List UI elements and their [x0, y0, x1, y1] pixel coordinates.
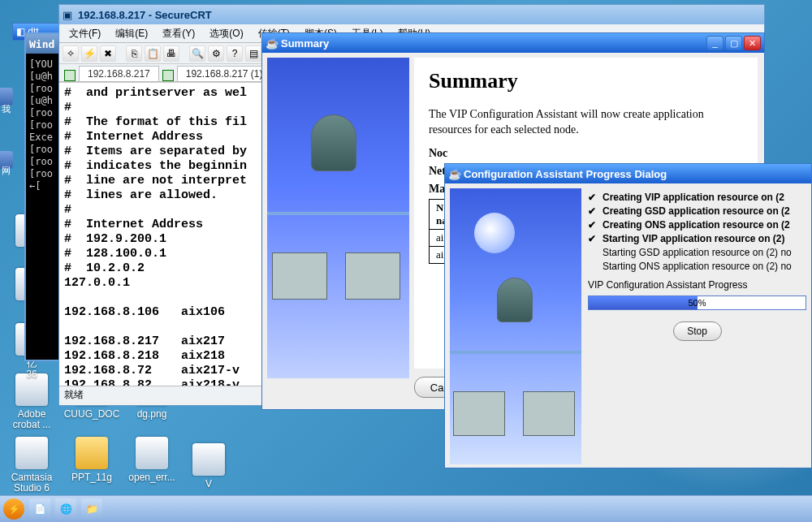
check-icon: ✔ [588, 191, 598, 205]
desktop-icon[interactable]: open_err... [123, 437, 180, 483]
desktop-icon-label: V [180, 479, 237, 490]
tool-session-icon[interactable]: ▤ [245, 45, 261, 62]
securecrt-title: 192.168.8.217 - SecureCRT [78, 9, 761, 21]
tool-options-icon[interactable]: ⚙ [208, 45, 224, 62]
summary-heading: Summary [429, 69, 743, 93]
app-icon [136, 437, 168, 469]
progress-row: ✔Creating ONS application resource on (2 [588, 218, 806, 232]
tool-find-icon[interactable]: 🔍 [189, 45, 205, 62]
progress-row-text: Starting ONS application resource on (2)… [603, 260, 792, 274]
progress-list: ✔Creating VIP application resource on (2… [588, 191, 806, 341]
dialog-progress[interactable]: ☕ Configuration Assistant Progress Dialo… [444, 163, 812, 468]
progress-row: Starting GSD application resource on (2)… [588, 246, 806, 260]
desktop-icon[interactable]: Adobe crobat ... [3, 373, 60, 430]
summary-sidebar-illustration [267, 58, 409, 378]
side-tab-2[interactable]: 网 [0, 151, 13, 169]
progress-row: ✔Creating GSD application resource on (2 [588, 205, 806, 218]
progress-bar: 50% [588, 296, 806, 310]
taskbar-item[interactable]: 📄 [29, 498, 50, 520]
menu-item[interactable]: 文件(F) [63, 25, 107, 42]
progress-percent: 50% [589, 296, 806, 309]
progress-caption: VIP Configuration Assistant Progress [588, 278, 806, 292]
folder-icon [76, 437, 108, 469]
taskbar-item[interactable]: 📁 [81, 498, 102, 520]
tool-copy-icon[interactable]: ⎘ [126, 45, 142, 62]
desktop-icon[interactable]: Camtasia Studio 6 [3, 437, 60, 494]
progress-row-text: Starting VIP application resource on (2) [603, 232, 785, 246]
menu-item[interactable]: 选项(O) [203, 25, 249, 42]
taskbar[interactable]: ⚡ 📄 🌐 📁 [0, 495, 812, 522]
menu-item[interactable]: 编辑(E) [109, 25, 154, 42]
progress-row-text: Creating VIP application resource on (2 [603, 191, 784, 205]
java-icon: ☕ [266, 37, 277, 49]
tool-new-icon[interactable]: ✧ [63, 45, 79, 62]
label-nodes: Noc [429, 147, 743, 160]
progress-row: ✔Creating VIP application resource on (2 [588, 191, 806, 205]
stop-button[interactable]: Stop [673, 321, 722, 341]
desktop-icon-label: CUUG_DOC [63, 409, 120, 420]
check-icon: ✔ [588, 205, 598, 218]
side-tab-1[interactable]: 我 [0, 88, 13, 106]
tool-disconnect-icon[interactable]: ✖ [100, 45, 116, 62]
tool-print-icon[interactable]: 🖶 [163, 45, 179, 62]
progress-row-text: Creating ONS application resource on (2 [603, 218, 790, 232]
minimize-button[interactable]: _ [706, 36, 723, 50]
java-icon: ☕ [448, 168, 460, 179]
summary-title-text: Summary [281, 37, 706, 50]
progress-row: Starting ONS application resource on (2)… [588, 260, 806, 274]
maximize-button[interactable]: ▢ [725, 36, 742, 50]
desktop-icon-label: Adobe crobat ... [3, 409, 60, 430]
summary-body-text: The VIP Configuration Assistant will now… [429, 106, 743, 137]
progress-title-text: Configuration Assistant Progress Dialog [464, 168, 808, 180]
taskbar-item[interactable]: 🌐 [55, 498, 76, 520]
tab-1[interactable]: 192.168.8.217 (1) [177, 66, 272, 81]
securecrt-titlebar[interactable]: ▣ 192.168.8.217 - SecureCRT [59, 5, 764, 24]
check-icon: ✔ [588, 218, 598, 232]
desktop-icon-label: Camtasia Studio 6 [3, 472, 60, 494]
check-icon: ✔ [588, 232, 598, 246]
check-icon [588, 260, 598, 274]
tab-indicator-icon [64, 70, 76, 81]
tool-help-icon[interactable]: ? [227, 45, 243, 62]
desktop-icon-label: dg.png [123, 409, 180, 420]
desktop-icon[interactable]: V [180, 443, 237, 490]
app-icon [15, 437, 48, 469]
tool-paste-icon[interactable]: 📋 [145, 45, 161, 62]
taskbar-item[interactable]: ⚡ [3, 498, 24, 520]
tab-indicator-icon [162, 70, 174, 81]
progress-row-text: Starting GSD application resource on (2)… [603, 246, 792, 260]
app-icon [192, 443, 225, 476]
menu-item[interactable]: 查看(Y) [156, 25, 201, 42]
app-icon: ▣ [63, 9, 74, 20]
desktop-icon-label: open_err... [123, 472, 180, 483]
progress-row-text: Creating GSD application resource on (2 [603, 205, 790, 218]
tool-connect-icon[interactable]: ⚡ [81, 45, 97, 62]
tab-0[interactable]: 192.168.8.217 [79, 66, 159, 81]
progress-row: ✔Starting VIP application resource on (2… [588, 232, 806, 246]
summary-titlebar[interactable]: ☕ Summary _ ▢ ✕ [262, 33, 764, 53]
progress-titlebar[interactable]: ☕ Configuration Assistant Progress Dialo… [445, 164, 811, 183]
progress-sidebar-illustration [450, 188, 581, 464]
close-button[interactable]: ✕ [744, 36, 761, 50]
desktop-icon[interactable]: PPT_11g [63, 437, 120, 483]
desktop-icon-label: PPT_11g [63, 472, 120, 483]
check-icon [588, 246, 598, 260]
